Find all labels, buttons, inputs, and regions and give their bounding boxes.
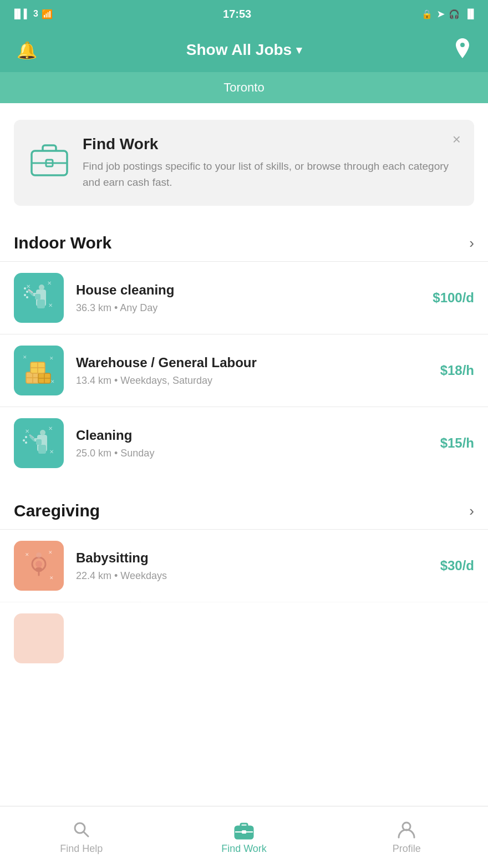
svg-point-44 <box>35 561 42 567</box>
babysitting-meta: 22.4 km • Weekdays <box>76 570 440 582</box>
warehouse-icon: ✕ ✕ ✕ <box>14 346 64 395</box>
svg-point-35 <box>23 439 25 441</box>
svg-text:✕: ✕ <box>25 552 29 557</box>
briefcase-nav-icon <box>233 820 255 840</box>
svg-text:✕: ✕ <box>49 449 54 455</box>
status-right: 🔒 ➤ 🎧 ▐▌ <box>421 9 477 19</box>
partial-icon <box>14 613 64 663</box>
content-area: Find Work Find job postings specific to … <box>0 120 488 741</box>
svg-point-33 <box>40 430 45 435</box>
svg-line-52 <box>84 832 88 836</box>
svg-rect-41 <box>36 439 42 445</box>
status-left: ▐▌▌ 3 📶 <box>11 9 53 19</box>
svg-text:✕: ✕ <box>23 354 27 360</box>
indoor-work-title: Indoor Work <box>14 234 111 252</box>
svg-text:✕: ✕ <box>50 379 55 384</box>
svg-point-47 <box>36 552 42 558</box>
job-item-partial[interactable] <box>0 602 488 674</box>
bell-icon[interactable]: 🔔 <box>17 40 37 60</box>
headphone-icon: 🎧 <box>449 9 460 19</box>
house-cleaning-title: House cleaning <box>76 282 433 298</box>
cleaning-title: Cleaning <box>76 428 440 443</box>
svg-text:✕: ✕ <box>47 280 52 286</box>
profile-icon <box>396 820 416 840</box>
briefcase-banner-icon <box>27 135 72 180</box>
banner-title: Find Work <box>83 135 461 153</box>
warehouse-title: Warehouse / General Labour <box>76 355 440 370</box>
svg-point-10 <box>26 296 28 298</box>
babysitting-price: $30/d <box>440 558 474 573</box>
svg-text:✕: ✕ <box>25 428 29 434</box>
svg-rect-55 <box>242 830 246 834</box>
svg-text:✕: ✕ <box>48 302 53 308</box>
dropdown-chevron-icon: ▾ <box>296 43 302 57</box>
lock-icon: 🔒 <box>421 9 433 19</box>
banner-description: Find job postings specific to your list … <box>83 159 461 190</box>
profile-label: Profile <box>393 843 421 855</box>
location-city: Toronto <box>223 80 264 95</box>
show-all-jobs-label: Show All Jobs <box>186 41 292 59</box>
nav-item-find-help[interactable]: Find Help <box>0 806 162 868</box>
svg-text:✕: ✕ <box>49 356 54 361</box>
house-cleaning-price: $100/d <box>433 290 474 306</box>
cleaning-meta: 25.0 km • Sunday <box>76 448 440 459</box>
svg-point-7 <box>39 285 44 290</box>
caregiving-section-header[interactable]: Caregiving › <box>0 490 488 529</box>
status-bar: ▐▌▌ 3 📶 17:53 🔒 ➤ 🎧 ▐▌ <box>0 0 488 28</box>
cleaning-price: $15/h <box>440 435 474 451</box>
location-bar: Toronto <box>0 72 488 103</box>
svg-text:✕: ✕ <box>26 283 30 290</box>
banner-close-button[interactable]: × <box>453 131 461 148</box>
battery-icon: ▐▌ <box>464 9 477 19</box>
warehouse-meta: 13.4 km • Weekdays, Saturday <box>76 375 440 387</box>
find-work-label: Find Work <box>221 843 267 855</box>
wifi-icon: 📶 <box>42 9 53 19</box>
svg-rect-40 <box>38 445 46 454</box>
find-help-label: Find Help <box>60 843 103 855</box>
nav-item-find-work[interactable]: Find Work <box>162 806 325 868</box>
svg-text:✕: ✕ <box>48 425 53 432</box>
caregiving-title: Caregiving <box>14 501 100 520</box>
status-time: 17:53 <box>223 8 251 21</box>
job-item-house-cleaning[interactable]: ✕ ✕ ✕ House cleaning 36.3 km • Any Day $… <box>0 261 488 334</box>
cleaning-icon: ✕ ✕ ✕ <box>14 418 64 468</box>
house-cleaning-meta: 36.3 km • Any Day <box>76 302 433 314</box>
search-icon <box>72 820 92 840</box>
network-type: 3 <box>33 9 38 19</box>
svg-text:✕: ✕ <box>49 575 54 581</box>
svg-rect-16 <box>35 294 40 300</box>
bottom-nav: Find Help Find Work Profile <box>0 806 488 868</box>
job-item-warehouse[interactable]: ✕ ✕ ✕ Warehouse / General Labour 13.4 km… <box>0 334 488 407</box>
caregiving-chevron-icon: › <box>469 502 474 520</box>
find-work-banner: Find Work Find job postings specific to … <box>14 120 474 206</box>
cleaning-info: Cleaning 25.0 km • Sunday <box>76 428 440 459</box>
babysitting-info: Babysitting 22.4 km • Weekdays <box>76 550 440 582</box>
house-cleaning-icon: ✕ ✕ ✕ <box>14 273 64 323</box>
banner-content: Find Work Find job postings specific to … <box>83 135 461 190</box>
babysitting-icon: ✕ ✕ ✕ <box>14 541 64 591</box>
svg-point-9 <box>24 294 26 296</box>
warehouse-info: Warehouse / General Labour 13.4 km • Wee… <box>76 355 440 387</box>
header: 🔔 Show All Jobs ▾ <box>0 28 488 72</box>
svg-text:✕: ✕ <box>48 550 53 555</box>
job-item-babysitting[interactable]: ✕ ✕ ✕ Babysitting 22.4 km • Weekdays $30… <box>0 529 488 602</box>
signal-bars: ▐▌▌ <box>11 9 30 19</box>
location-arrow-icon: ➤ <box>437 9 444 19</box>
header-title[interactable]: Show All Jobs ▾ <box>186 41 302 59</box>
warehouse-price: $18/h <box>440 363 474 378</box>
indoor-work-chevron-icon: › <box>469 235 474 252</box>
nav-item-profile[interactable]: Profile <box>326 806 488 868</box>
svg-point-36 <box>25 441 27 444</box>
indoor-work-section-header[interactable]: Indoor Work › <box>0 222 488 261</box>
babysitting-title: Babysitting <box>76 550 440 566</box>
svg-rect-15 <box>37 300 45 308</box>
job-item-cleaning[interactable]: ✕ ✕ ✕ Cleaning 25.0 km • Sunday $15/h <box>0 407 488 479</box>
house-cleaning-info: House cleaning 36.3 km • Any Day <box>76 282 433 314</box>
location-pin-icon[interactable] <box>454 38 471 62</box>
svg-point-34 <box>25 436 27 438</box>
svg-point-8 <box>26 291 28 293</box>
